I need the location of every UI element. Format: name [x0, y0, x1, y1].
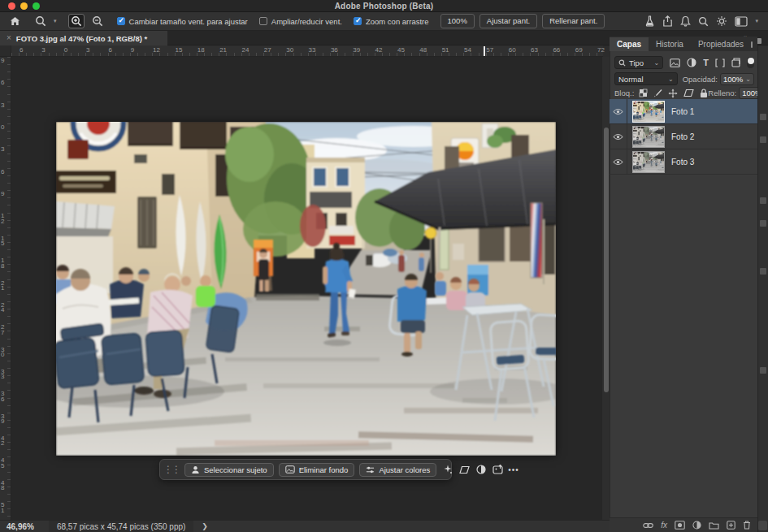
checkbox-label: Cambiar tamaño vent. para ajustar [129, 17, 248, 26]
filter-type-layers-icon[interactable]: T [703, 58, 709, 67]
layer-styles-fx-icon[interactable]: fx [661, 521, 667, 530]
beta-feedback-beaker-icon[interactable] [644, 15, 655, 27]
zoom-level-field[interactable]: 46,96% [7, 522, 34, 531]
layer-name[interactable]: Foto 1 [671, 107, 694, 116]
filter-adjustment-layers-icon[interactable] [687, 58, 696, 67]
ruler-label: 12 [153, 46, 160, 54]
layer-name[interactable]: Foto 3 [671, 158, 694, 167]
lock-image-pixels-brush-icon[interactable] [653, 89, 662, 97]
checkbox-zoom-all-windows[interactable]: Ampliar/reducir vent. [259, 17, 342, 26]
filter-smart-objects-icon[interactable] [731, 58, 740, 67]
layer-row-foto-2[interactable]: Foto 2 [610, 124, 757, 149]
ruler-label: 45 [1, 458, 7, 469]
ruler-label: 54 [464, 46, 471, 54]
generative-fill-wand-icon[interactable] [443, 465, 453, 474]
filter-pixel-layers-icon[interactable] [670, 58, 680, 67]
layer-thumbnail[interactable] [632, 101, 665, 123]
layers-list: Foto 1 Foto 2 Foto 3 [610, 99, 757, 175]
more-options-icon[interactable]: ••• [508, 465, 519, 474]
status-chevron-icon[interactable]: ❯ [202, 522, 208, 530]
checkbox-scrubby-zoom[interactable]: Zoom con arrastre [354, 17, 429, 26]
home-button[interactable] [7, 14, 23, 28]
document-tab[interactable]: × FOTO 3.jpg al 47% (Foto 1, RGB/8) * [0, 31, 167, 45]
chevron-down-icon: ⌄ [654, 59, 660, 67]
layer-name[interactable]: Foto 2 [671, 132, 694, 141]
collapsed-panel-icon[interactable] [760, 220, 766, 227]
add-layer-mask-icon[interactable] [675, 521, 685, 530]
blend-mode-dropdown[interactable]: Normal ⌄ [614, 72, 678, 85]
zoom-in-button[interactable] [68, 14, 85, 28]
link-layers-icon[interactable] [643, 522, 653, 529]
ruler-label: 48 [1, 481, 7, 491]
layer-visibility-toggle[interactable] [610, 124, 627, 149]
ruler-label: 21 [219, 46, 227, 54]
select-subject-button[interactable]: Seleccionar sujeto [184, 463, 274, 477]
filter-shape-layers-icon[interactable] [715, 58, 725, 67]
lock-transparent-pixels-icon[interactable] [639, 89, 648, 97]
layer-visibility-toggle[interactable] [610, 99, 627, 123]
layer-thumbnail[interactable] [632, 151, 665, 173]
vertical-scrollbar-thumb[interactable] [604, 128, 609, 392]
checkbox-icon [259, 17, 267, 25]
checkbox-resize-window[interactable]: Cambiar tamaño vent. para ajustar [117, 17, 248, 26]
lock-all-padlock-icon[interactable] [700, 89, 708, 98]
zoom-out-icon [92, 15, 103, 27]
street-photo [56, 122, 556, 456]
ruler-label: 51 [442, 46, 449, 54]
ruler-label: 9 [1, 192, 7, 197]
contextual-task-bar[interactable]: ⋮⋮ Seleccionar sujeto Eliminar fondo Aju… [159, 459, 452, 480]
export-icon[interactable] [492, 465, 503, 474]
discover-lightbulb-icon[interactable] [716, 15, 727, 27]
panel-menu-icon[interactable] [751, 41, 753, 48]
tool-chevron-icon[interactable]: ▾ [54, 18, 57, 24]
remove-background-button[interactable]: Eliminar fondo [279, 463, 355, 477]
ruler-label: 9 [131, 46, 134, 54]
collapsed-panel-icon[interactable] [760, 197, 766, 204]
photo-canvas[interactable] [56, 122, 556, 456]
fit-screen-button[interactable]: Ajustar pant. [479, 14, 537, 28]
resize-grip[interactable] [758, 521, 767, 530]
share-icon[interactable] [662, 15, 673, 27]
layer-thumbnail[interactable] [632, 126, 665, 148]
close-tab-icon[interactable]: × [7, 34, 11, 42]
notifications-bell-icon[interactable] [680, 15, 691, 27]
collapsed-panel-icon[interactable] [760, 114, 766, 120]
search-icon[interactable] [698, 16, 709, 27]
adjust-colors-button[interactable]: Ajustar colores [359, 463, 436, 477]
workspace-chevron-icon[interactable]: ▾ [755, 18, 758, 24]
taskbar-drag-handle[interactable]: ⋮⋮ [163, 465, 180, 474]
transform-icon[interactable] [459, 465, 470, 474]
lock-artboard-icon[interactable] [683, 89, 694, 97]
layer-visibility-toggle[interactable] [610, 149, 627, 174]
horizontal-ruler[interactable]: 6303691215182124273033363942454851545760… [11, 45, 603, 57]
chevron-down-icon: ⌄ [745, 76, 751, 83]
blend-mode-value: Normal [618, 75, 644, 84]
vertical-ruler[interactable]: 9630369121518212427303336394245485154 [0, 57, 11, 520]
zoom-100-button[interactable]: 100% [440, 14, 475, 28]
filter-toggle-switch[interactable] [747, 57, 754, 68]
workspace-icon[interactable] [735, 16, 748, 27]
adjustment-icon[interactable] [476, 465, 486, 474]
select-subject-label: Seleccionar sujeto [204, 465, 267, 474]
layer-row-foto-3[interactable]: Foto 3 [610, 149, 757, 175]
tab-propiedades[interactable]: Propiedades [691, 37, 751, 51]
zoom-tool-button[interactable] [33, 14, 49, 28]
new-group-folder-icon[interactable] [709, 521, 719, 530]
collapsed-panel-icon[interactable] [760, 268, 766, 275]
lock-position-move-icon[interactable] [668, 89, 678, 98]
new-layer-icon[interactable] [727, 521, 735, 530]
zoom-out-button[interactable] [89, 14, 106, 28]
layer-filter-type-dropdown[interactable]: Tipo ⌄ [614, 56, 663, 69]
fill-screen-button[interactable]: Rellenar pant. [542, 14, 605, 28]
collapsed-panel-icon[interactable] [760, 367, 766, 374]
delete-layer-trash-icon[interactable] [743, 521, 751, 530]
collapsed-panel-icon[interactable] [760, 136, 766, 143]
ruler-label: 3 [1, 147, 7, 153]
ruler-label: 3 [41, 46, 45, 54]
tab-capas[interactable]: Capas [610, 37, 649, 51]
new-adjustment-layer-icon[interactable] [692, 521, 701, 530]
opacity-field[interactable]: 100% ⌄ [720, 73, 754, 85]
window-title: Adobe Photoshop (Beta) [0, 2, 768, 11]
tab-historia[interactable]: Historia [649, 37, 691, 51]
layer-row-foto-1[interactable]: Foto 1 [610, 99, 757, 124]
